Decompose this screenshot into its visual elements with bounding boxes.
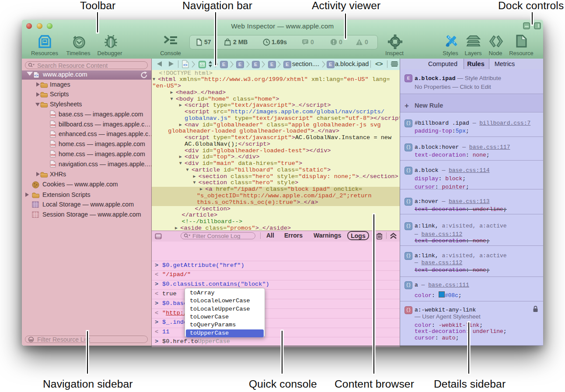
- svg-text:<>: <>: [183, 63, 188, 67]
- svg-text:<>: <>: [35, 74, 38, 77]
